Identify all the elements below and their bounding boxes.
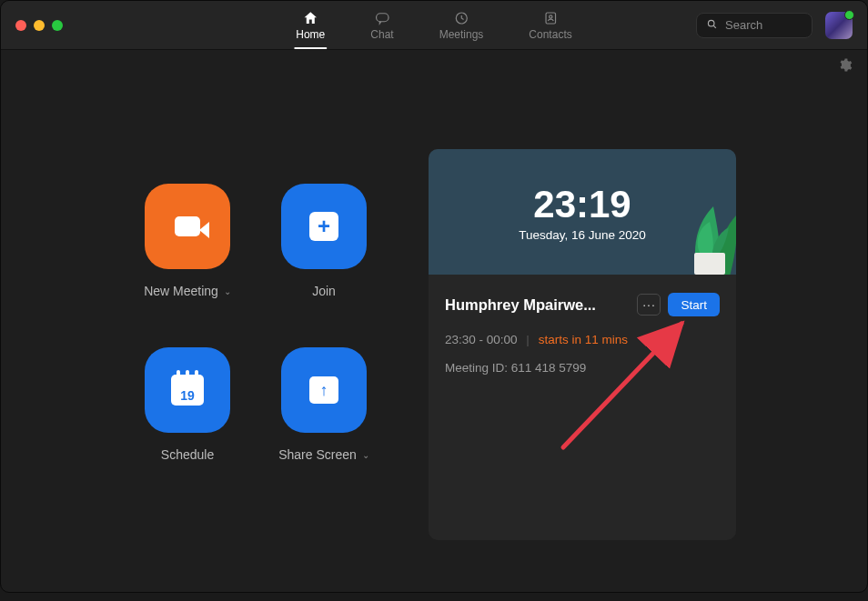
close-window-button[interactable] — [15, 20, 26, 31]
action-label: Join — [312, 284, 336, 298]
action-label[interactable]: Share Screen ⌄ — [278, 447, 369, 462]
join-label-text: Join — [312, 284, 336, 298]
home-icon — [302, 10, 318, 26]
nav-tabs: Home Chat Meetings Contacts — [292, 1, 575, 49]
tab-label: Home — [296, 28, 325, 41]
calendar-day: 19 — [180, 388, 195, 403]
new-meeting-button[interactable] — [145, 184, 230, 269]
meeting-id-label: Meeting ID: — [445, 361, 508, 375]
meeting-id-value: 611 418 5799 — [511, 361, 587, 375]
schedule-label-text: Schedule — [161, 447, 214, 462]
tab-label: Chat — [370, 28, 393, 41]
app-window: Home Chat Meetings Contacts — [0, 0, 868, 593]
meeting-id-row: Meeting ID: 611 418 5799 — [445, 361, 720, 375]
share-screen-label-text: Share Screen — [278, 447, 357, 462]
user-avatar[interactable] — [825, 12, 853, 39]
svg-point-3 — [549, 15, 551, 17]
tab-label: Contacts — [529, 28, 571, 41]
tab-chat[interactable]: Chat — [367, 1, 397, 49]
chevron-down-icon: ⌄ — [224, 286, 231, 296]
sub-toolbar — [1, 50, 867, 76]
tab-contacts[interactable]: Contacts — [525, 1, 575, 49]
meeting-starts-in: starts in 11 mins — [539, 333, 628, 346]
meeting-header-row: Humphrey Mpairwe... ··· Start — [445, 293, 720, 316]
titlebar: Home Chat Meetings Contacts — [1, 1, 867, 50]
contacts-icon — [542, 10, 559, 26]
video-icon — [175, 216, 200, 236]
titlebar-right: Search — [696, 12, 867, 39]
clock-header: 23:19 Tuesday, 16 June 2020 — [429, 149, 736, 275]
meeting-more-button[interactable]: ··· — [637, 294, 661, 316]
search-placeholder: Search — [725, 18, 762, 32]
action-label: Schedule — [161, 447, 214, 462]
svg-point-4 — [708, 20, 714, 26]
start-meeting-button[interactable]: Start — [668, 293, 720, 316]
plus-icon: + — [309, 212, 338, 241]
action-label[interactable]: New Meeting ⌄ — [144, 284, 231, 298]
clock-time: 23:19 — [533, 183, 631, 226]
minimize-window-button[interactable] — [34, 20, 45, 31]
upcoming-card: 23:19 Tuesday, 16 June 2020 Humphrey Mpa… — [429, 149, 736, 540]
window-controls — [1, 20, 63, 31]
action-share-screen: ↑ Share Screen ⌄ — [256, 347, 392, 511]
tab-home[interactable]: Home — [292, 1, 328, 49]
schedule-button[interactable]: 19 — [145, 347, 230, 433]
svg-rect-5 — [694, 253, 725, 275]
action-join: + Join — [256, 184, 392, 347]
clock-icon — [453, 10, 469, 26]
svg-rect-0 — [376, 13, 389, 21]
meeting-time-row: 23:30 - 00:00 | starts in 11 mins — [445, 333, 720, 346]
join-button[interactable]: + — [281, 184, 367, 269]
action-new-meeting: New Meeting ⌄ — [119, 184, 256, 347]
share-screen-button[interactable]: ↑ — [281, 347, 367, 433]
new-meeting-label-text: New Meeting — [144, 284, 218, 298]
main-content: New Meeting ⌄ + Join 19 — [1, 76, 867, 586]
meeting-time-range: 23:30 - 00:00 — [445, 333, 518, 346]
clock-date: Tuesday, 16 June 2020 — [519, 228, 646, 242]
maximize-window-button[interactable] — [52, 20, 63, 31]
chevron-down-icon: ⌄ — [362, 450, 369, 460]
card-body: Humphrey Mpairwe... ··· Start 23:30 - 00… — [429, 275, 736, 393]
settings-button[interactable] — [837, 57, 853, 76]
meeting-title: Humphrey Mpairwe... — [445, 296, 630, 314]
tab-meetings[interactable]: Meetings — [436, 1, 488, 49]
actions-grid: New Meeting ⌄ + Join 19 — [56, 113, 392, 586]
search-input[interactable]: Search — [696, 13, 812, 38]
calendar-icon: 19 — [171, 375, 204, 406]
action-schedule: 19 Schedule — [119, 347, 256, 511]
search-icon — [706, 18, 718, 33]
arrow-up-icon: ↑ — [309, 376, 338, 404]
tab-label: Meetings — [439, 28, 484, 41]
plant-pot-decoration — [687, 222, 732, 275]
chat-icon — [374, 10, 390, 26]
separator: | — [526, 333, 530, 346]
